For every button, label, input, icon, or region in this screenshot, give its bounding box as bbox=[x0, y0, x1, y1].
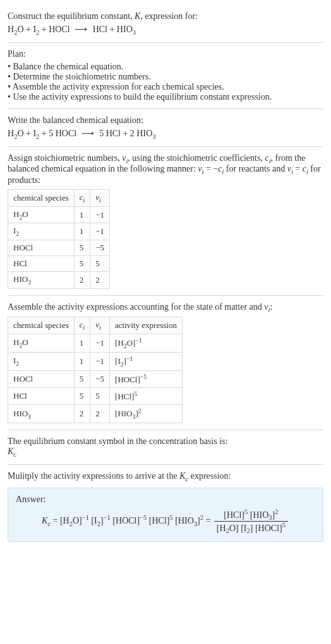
th-ci: ci bbox=[74, 190, 90, 207]
kc-fraction: [HCl]5 [HIO3]2[H2O] [I2] [HOCl]5 bbox=[214, 508, 288, 535]
table-row: HOCl5−5 bbox=[8, 240, 110, 255]
stoich-text: Assign stoichiometric numbers, νi, using… bbox=[8, 153, 323, 186]
th-nui: νi bbox=[90, 317, 110, 334]
table-row: HIO322 bbox=[8, 271, 110, 288]
th-species: chemical species bbox=[8, 317, 75, 334]
balanced-title: Write the balanced chemical equation: bbox=[8, 115, 323, 126]
table-row: I21−1 bbox=[8, 223, 110, 240]
multiply-text: Mulitply the activity expressions to arr… bbox=[8, 471, 323, 483]
plan-title: Plan: bbox=[8, 49, 323, 59]
table-row: I21−1[I2]−1 bbox=[8, 352, 183, 370]
plan-item: Assemble the activity expression for eac… bbox=[8, 82, 323, 92]
table-row: H2O1−1[H2O]−1 bbox=[8, 334, 183, 352]
kc-denominator: [H2O] [I2] [HOCl]5 bbox=[214, 522, 288, 534]
answer-box: Answer: Kc = [H2O]−1 [I2]−1 [HOCl]−5 [HC… bbox=[8, 488, 323, 542]
table-row: H2O1−1 bbox=[8, 206, 110, 223]
th-nui: νi bbox=[90, 190, 110, 207]
prompt-title: Construct the equilibrium constant, K, e… bbox=[8, 11, 323, 21]
kc-symbol: Kc bbox=[8, 447, 323, 458]
activity-table: chemical species ci νi activity expressi… bbox=[8, 317, 183, 423]
plan-section: Plan: Balance the chemical equation. Det… bbox=[8, 43, 323, 109]
table-row: HCl55 bbox=[8, 255, 110, 271]
plan-item: Balance the chemical equation. bbox=[8, 62, 323, 72]
th-activity: activity expression bbox=[110, 317, 183, 334]
table-row: HCl55[HCl]5 bbox=[8, 388, 183, 405]
balanced-section: Write the balanced chemical equation: H2… bbox=[8, 109, 323, 147]
kc-expression: Kc = [H2O]−1 [I2]−1 [HOCl]−5 [HCl]5 [HIO… bbox=[16, 508, 315, 535]
plan-item: Determine the stoichiometric numbers. bbox=[8, 72, 323, 82]
plan-item: Use the activity expressions to build th… bbox=[8, 92, 323, 102]
kc-symbol-section: The equilibrium constant symbol in the c… bbox=[8, 430, 323, 465]
th-species: chemical species bbox=[8, 190, 75, 207]
activity-section: Assemble the activity expressions accoun… bbox=[8, 296, 323, 431]
stoich-table: chemical species ci νi H2O1−1 I21−1 HOCl… bbox=[8, 189, 110, 288]
kc-symbol-text: The equilibrium constant symbol in the c… bbox=[8, 436, 323, 447]
answer-section: Mulitply the activity expressions to arr… bbox=[8, 465, 323, 548]
plan-list: Balance the chemical equation. Determine… bbox=[8, 62, 323, 102]
kc-numerator: [HCl]5 [HIO3]2 bbox=[214, 508, 288, 522]
balanced-equation: H2O + I2 + 5 HOCl ⟶ 5 HCl + 2 HIO3 bbox=[8, 128, 323, 140]
stoich-section: Assign stoichiometric numbers, νi, using… bbox=[8, 147, 323, 296]
answer-label: Answer: bbox=[16, 495, 315, 505]
kc-lhs: Kc = [H2O]−1 [I2]−1 [HOCl]−5 [HCl]5 [HIO… bbox=[42, 516, 213, 525]
table-row: HIO322[HIO3]2 bbox=[8, 405, 183, 423]
th-ci: ci bbox=[74, 317, 90, 334]
prompt-section: Construct the equilibrium constant, K, e… bbox=[8, 5, 323, 43]
unbalanced-equation: H2O + I2 + HOCl ⟶ HCl + HIO3 bbox=[8, 24, 323, 36]
table-row: HOCl5−5[HOCl]−5 bbox=[8, 370, 183, 387]
activity-text: Assemble the activity expressions accoun… bbox=[8, 302, 323, 313]
